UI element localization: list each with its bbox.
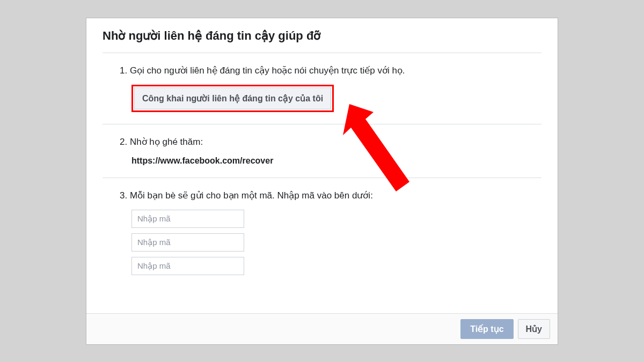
step-3-section: 3. Mỗi bạn bè sẽ gửi cho bạn một mã. Nhậ… bbox=[103, 178, 541, 287]
step-1-text: 1. Gọi cho người liên hệ đáng tin cậy ho… bbox=[120, 65, 541, 76]
reveal-trusted-contacts-button[interactable]: Công khai người liên hệ đáng tin cậy của… bbox=[134, 87, 331, 109]
step-2-text: 2. Nhờ họ ghé thăm: bbox=[120, 136, 541, 147]
code-input-2[interactable] bbox=[131, 233, 244, 252]
continue-button[interactable]: Tiếp tục bbox=[460, 319, 513, 339]
dialog-body: Nhờ người liên hệ đáng tin cậy giúp đỡ 1… bbox=[86, 18, 558, 298]
code-input-3[interactable] bbox=[131, 257, 244, 275]
code-input-1[interactable] bbox=[131, 210, 244, 228]
dialog-title: Nhờ người liên hệ đáng tin cậy giúp đỡ bbox=[103, 29, 541, 53]
cancel-button[interactable]: Hủy bbox=[518, 319, 550, 339]
highlight-box: Công khai người liên hệ đáng tin cậy của… bbox=[131, 85, 334, 112]
step-2-section: 2. Nhờ họ ghé thăm: https://www.facebook… bbox=[103, 124, 541, 178]
step-1-section: 1. Gọi cho người liên hệ đáng tin cậy ho… bbox=[103, 53, 541, 124]
trusted-contacts-dialog: Nhờ người liên hệ đáng tin cậy giúp đỡ 1… bbox=[86, 18, 558, 345]
dialog-footer: Tiếp tục Hủy bbox=[86, 313, 558, 344]
step-3-text: 3. Mỗi bạn bè sẽ gửi cho bạn một mã. Nhậ… bbox=[120, 190, 541, 201]
recover-url: https://www.facebook.com/recover bbox=[131, 156, 541, 166]
code-inputs-group bbox=[131, 210, 541, 275]
